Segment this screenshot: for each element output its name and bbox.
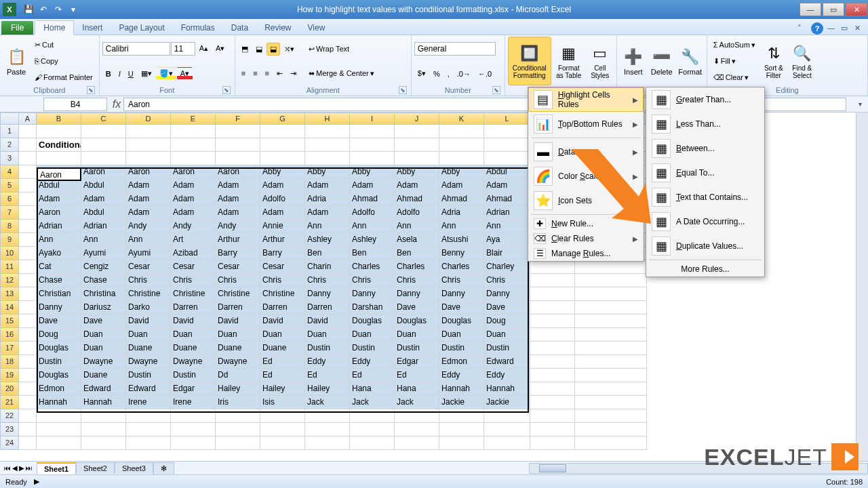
align-right-icon[interactable]: ≡ [262, 67, 273, 79]
cell[interactable]: Duan [81, 342, 126, 355]
cell[interactable]: Douglas [37, 369, 81, 382]
cell[interactable] [216, 152, 260, 165]
cell[interactable]: Chris [305, 274, 350, 287]
file-tab[interactable]: File [1, 21, 33, 35]
cell[interactable] [126, 125, 171, 138]
bold-button[interactable]: B [102, 68, 115, 80]
cell[interactable]: Andy [126, 220, 171, 233]
cell[interactable]: Eddy [439, 369, 484, 382]
cell[interactable]: Arthur [260, 233, 305, 247]
cell[interactable]: Dwayne [216, 355, 260, 369]
cell[interactable] [530, 423, 575, 436]
cell[interactable]: Dustin [126, 369, 171, 382]
cell[interactable] [19, 260, 37, 274]
decrease-decimal-icon[interactable]: ←.0 [475, 68, 495, 80]
cell[interactable]: Dwayne [81, 355, 126, 369]
cell[interactable]: Aaron [216, 165, 260, 179]
cell[interactable] [439, 409, 484, 423]
cell[interactable] [216, 423, 260, 436]
cell[interactable] [350, 125, 395, 138]
cell[interactable]: Hailey [260, 382, 305, 396]
sort-filter-button[interactable]: ⇅Sort & Filter [760, 37, 787, 85]
cell[interactable]: Adam [216, 206, 260, 220]
cell[interactable]: Conditional Formatting - text values [37, 138, 81, 152]
cell[interactable] [305, 152, 350, 165]
cell[interactable] [530, 314, 575, 328]
cell[interactable] [19, 125, 37, 138]
cell[interactable] [575, 301, 647, 314]
cell[interactable]: Danny [484, 287, 530, 301]
borders-button[interactable]: ▦▾ [138, 67, 155, 80]
cell[interactable]: Duan [260, 328, 305, 342]
cell[interactable]: Duan [395, 328, 439, 342]
cell[interactable] [575, 396, 647, 409]
cell[interactable]: Adrian [37, 220, 81, 233]
cell[interactable]: Ed [260, 355, 305, 369]
column-header[interactable]: K [439, 113, 484, 125]
cell[interactable] [216, 409, 260, 423]
menu-highlight-cells-rules[interactable]: ▤ Highlight Cells Rules ▶ [528, 87, 644, 112]
column-header[interactable]: F [216, 113, 260, 125]
insert-cells-button[interactable]: ➕Insert [620, 37, 647, 85]
cell[interactable] [305, 409, 350, 423]
cell[interactable]: Chris [260, 274, 305, 287]
cell[interactable] [171, 125, 216, 138]
cell[interactable]: Jack [350, 396, 395, 409]
cell[interactable]: Dave [484, 301, 530, 314]
cell[interactable] [350, 152, 395, 165]
cut-button[interactable]: ✂Cut [31, 39, 96, 52]
cell[interactable]: Hannah [484, 382, 530, 396]
cell[interactable]: Ben [305, 247, 350, 260]
cell[interactable] [530, 287, 575, 301]
cell[interactable]: Adam [81, 192, 126, 206]
cell[interactable] [19, 179, 37, 192]
cell[interactable] [575, 382, 647, 396]
row-header[interactable]: 16 [0, 328, 19, 342]
cell[interactable] [530, 328, 575, 342]
cell[interactable] [575, 260, 647, 274]
cell[interactable] [350, 138, 395, 152]
alignment-dialog-icon[interactable]: ⬊ [399, 86, 407, 94]
row-header[interactable]: 2 [0, 138, 19, 152]
cell[interactable] [126, 409, 171, 423]
menu-date-occurring[interactable]: ▦A Date Occurring... [646, 209, 764, 234]
cell[interactable]: Christine [260, 287, 305, 301]
cell[interactable] [484, 125, 530, 138]
tab-insert[interactable]: Insert [74, 21, 111, 35]
cell[interactable] [260, 125, 305, 138]
cell[interactable] [19, 192, 37, 206]
cell[interactable]: Chase [37, 274, 81, 287]
minimize-button[interactable]: — [800, 3, 821, 16]
tab-review[interactable]: Review [256, 21, 299, 35]
cell[interactable]: Chris [484, 274, 530, 287]
cell[interactable] [575, 409, 647, 423]
cell[interactable] [19, 423, 37, 436]
cell[interactable] [19, 233, 37, 247]
cell[interactable]: Hailey [305, 382, 350, 396]
increase-font-icon[interactable]: A▴ [196, 42, 212, 55]
decrease-font-icon[interactable]: A▾ [212, 42, 228, 55]
cell[interactable] [439, 436, 484, 450]
align-center-icon[interactable]: ≡ [250, 67, 260, 79]
sheet-tab-1[interactable]: Sheet1 [37, 462, 76, 474]
row-header[interactable]: 1 [0, 125, 19, 138]
cell[interactable]: Adam [126, 192, 171, 206]
merge-center-button[interactable]: ⬌Merge & Center▾ [305, 67, 378, 80]
cell[interactable]: Chris [439, 274, 484, 287]
cell[interactable]: Douglas [350, 314, 395, 328]
currency-icon[interactable]: $▾ [414, 67, 429, 80]
cell[interactable] [126, 436, 171, 450]
conditional-formatting-button[interactable]: 🔲 Conditional Formatting [508, 37, 551, 85]
menu-manage-rules[interactable]: ☰ Manage Rules... [528, 246, 644, 261]
cell[interactable]: Ed [395, 369, 439, 382]
maximize-button[interactable]: ▭ [823, 3, 844, 16]
help-icon[interactable]: ? [811, 22, 823, 35]
cell[interactable]: Christine [171, 287, 216, 301]
menu-clear-rules[interactable]: ⌫ Clear Rules ▶ [528, 231, 644, 246]
cell[interactable]: Duane [216, 342, 260, 355]
cell[interactable]: Aaron [171, 165, 216, 179]
cell[interactable]: Adam [216, 179, 260, 192]
cell[interactable]: Dustin [395, 342, 439, 355]
cell[interactable] [395, 152, 439, 165]
cell[interactable]: Andy [216, 220, 260, 233]
